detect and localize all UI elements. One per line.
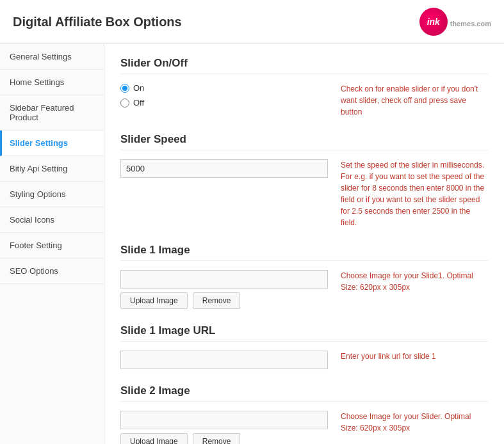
sidebar-item-social-icons[interactable]: Social Icons (0, 207, 104, 233)
slider-onoff-row: On Off Check on for enable slider or if … (120, 83, 488, 118)
logo-suffix: themes (450, 20, 475, 28)
slide2-image-input[interactable] (120, 411, 328, 429)
slide2-upload-button[interactable]: Upload Image (120, 433, 188, 444)
logo-icon: ink (419, 8, 448, 36)
slide2-image-row: Upload Image Remove Choose Image for you… (120, 411, 488, 444)
page-title: Digital Affiliate Box Options (13, 15, 182, 29)
slider-onoff-hint-text: Check on for enable slider or if you don… (341, 84, 478, 116)
sidebar-item-slider-settings[interactable]: Slider Settings (0, 131, 104, 156)
sidebar-item-styling-options[interactable]: Styling Options (0, 182, 104, 207)
slider-speed-hint-text: Set the speed of the slider in milliseco… (341, 161, 484, 227)
slider-off-radio[interactable] (120, 99, 129, 107)
slide1-image-input[interactable] (120, 270, 328, 289)
sidebar: General Settings Home Settings Sidebar F… (0, 44, 104, 444)
slide2-image-controls: Upload Image Remove (120, 411, 328, 444)
slide2-image-title: Slide 2 Image (120, 385, 488, 402)
slider-onoff-hint: Check on for enable slider or if you don… (341, 83, 488, 118)
logo-icon-text: ink (427, 17, 440, 27)
slide2-remove-button[interactable]: Remove (193, 433, 241, 444)
slide1-image-hint: Choose Image for your Slide1. Optimal Si… (341, 270, 488, 293)
slide1-url-title: Slide 1 Image URL (120, 324, 488, 342)
slide1-url-row: Enter your link url for slide 1 (120, 351, 488, 369)
slide1-url-input[interactable] (120, 351, 328, 369)
slider-speed-section: Slider Speed Set the speed of the slider… (120, 133, 488, 228)
slider-off-text: Off (133, 98, 144, 107)
sidebar-item-seo-options[interactable]: SEO Options (0, 258, 104, 284)
slide1-url-hint-text: Enter your link url for slide 1 (341, 352, 436, 361)
slide2-upload-row: Upload Image Remove (120, 433, 328, 444)
sidebar-item-bitly-api-setting[interactable]: Bitly Api Setting (0, 156, 104, 182)
sidebar-item-home-settings[interactable]: Home Settings (0, 70, 104, 95)
slider-onoff-radio-group: On Off (120, 83, 328, 107)
slide1-url-hint: Enter your link url for slide 1 (341, 351, 488, 362)
sidebar-item-sidebar-featured-product[interactable]: Sidebar Featured Product (0, 95, 104, 131)
slider-onoff-title: Slider On/Off (120, 57, 488, 74)
sidebar-item-footer-setting[interactable]: Footer Setting (0, 233, 104, 258)
page-wrapper: Digital Affiliate Box Options ink themes… (0, 0, 504, 444)
slider-on-label[interactable]: On (120, 83, 328, 93)
slide2-image-hint-text: Choose Image for your Slider. Optimal Si… (341, 412, 471, 432)
slide1-remove-button[interactable]: Remove (193, 292, 241, 309)
slider-onoff-controls: On Off (120, 83, 328, 107)
slide1-url-controls (120, 351, 328, 369)
sidebar-item-general-settings[interactable]: General Settings (0, 44, 104, 70)
slide1-image-title: Slide 1 Image (120, 244, 488, 261)
slider-off-label[interactable]: Off (120, 98, 328, 107)
slider-on-radio[interactable] (120, 84, 129, 93)
slider-onoff-section: Slider On/Off On Off (120, 57, 488, 118)
content-wrapper: General Settings Home Settings Sidebar F… (0, 44, 504, 444)
slider-speed-row: Set the speed of the slider in milliseco… (120, 159, 488, 228)
logo-text: themes.com (450, 13, 491, 30)
slide1-image-controls: Upload Image Remove (120, 270, 328, 309)
slide2-image-hint: Choose Image for your Slider. Optimal Si… (341, 411, 488, 434)
slide1-upload-button[interactable]: Upload Image (120, 292, 188, 309)
logo: ink themes.com (419, 8, 491, 36)
slider-on-text: On (133, 83, 144, 93)
header: Digital Affiliate Box Options ink themes… (0, 0, 504, 44)
slide1-upload-row: Upload Image Remove (120, 292, 328, 309)
slide1-image-section: Slide 1 Image Upload Image Remove Choose… (120, 244, 488, 309)
slider-speed-hint: Set the speed of the slider in milliseco… (341, 159, 488, 228)
slide1-image-hint-text: Choose Image for your Slide1. Optimal Si… (341, 271, 473, 292)
slider-speed-input[interactable] (120, 159, 328, 178)
slide1-url-section: Slide 1 Image URL Enter your link url fo… (120, 324, 488, 369)
slider-speed-controls (120, 159, 328, 178)
logo-tld: .com (475, 20, 491, 28)
main-content: Slider On/Off On Off (104, 44, 504, 444)
slide1-image-row: Upload Image Remove Choose Image for you… (120, 270, 488, 309)
slide2-image-section: Slide 2 Image Upload Image Remove Choose… (120, 385, 488, 444)
slider-speed-title: Slider Speed (120, 133, 488, 150)
